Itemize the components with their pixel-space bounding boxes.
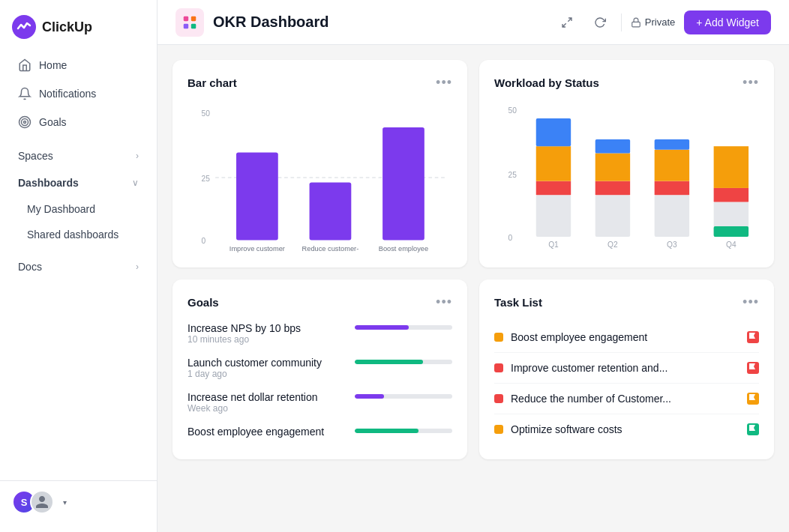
expand-button[interactable] (555, 10, 579, 34)
sidebar-item-shared-dashboards[interactable]: Shared dashboards (6, 223, 151, 247)
svg-rect-30 (596, 181, 630, 196)
dashboard-grid: Bar chart ••• 50 25 0 (158, 45, 789, 532)
svg-rect-32 (596, 139, 630, 154)
bar-chart-svg: 50 25 0 Improve customer retention Reduc (188, 103, 452, 253)
task-list-menu[interactable]: ••• (742, 294, 759, 310)
goal-item-3: Boost employee engagement (188, 426, 452, 438)
user-chevron: ▾ (63, 498, 67, 507)
svg-rect-28 (536, 118, 571, 146)
goal-item-0: Increase NPS by 10 bps 10 minutes ago (188, 322, 452, 345)
bell-icon (18, 87, 32, 100)
svg-text:25: 25 (508, 171, 518, 179)
sidebar-item-home-label: Home (39, 59, 67, 71)
add-widget-button[interactable]: + Add Widget (684, 10, 771, 34)
svg-text:0: 0 (508, 234, 513, 242)
refresh-button[interactable] (588, 10, 612, 34)
sidebar: ClickUp Home Notifications Goals Spaces (0, 0, 158, 532)
goal-progress-fill-0 (355, 325, 409, 330)
svg-rect-40 (714, 226, 748, 237)
workload-widget: Workload by Status ••• 50 25 0 (479, 60, 774, 267)
sidebar-nav: Home Notifications Goals Spaces › Dashbo… (0, 51, 157, 480)
shared-dashboards-label: Shared dashboards (27, 229, 118, 241)
goal-progress-bar-3 (355, 429, 452, 433)
task-list-widget: Task List ••• Boost employee engagement (479, 279, 774, 459)
flag-icon-1 (747, 362, 759, 374)
sidebar-section-dashboards[interactable]: Dashboards ∨ (6, 170, 151, 196)
docs-label: Docs (18, 261, 42, 273)
visibility-label: Private (645, 16, 675, 28)
task-flag-3 (747, 423, 759, 435)
goal-progress-fill-1 (355, 360, 423, 364)
sidebar-item-notifications[interactable]: Notifications (6, 80, 151, 107)
task-dot-0 (494, 333, 503, 342)
task-item-2[interactable]: Reduce the number of Customer... (494, 384, 759, 414)
svg-point-3 (24, 121, 26, 124)
sidebar-item-home[interactable]: Home (6, 52, 151, 79)
goals-widget: Goals ••• Increase NPS by 10 bps 10 minu… (172, 279, 467, 459)
workload-chart-area: 50 25 0 (494, 103, 759, 253)
svg-text:engagement: engagement (384, 252, 423, 253)
svg-text:Q4: Q4 (726, 241, 736, 249)
flag-icon-2 (747, 393, 759, 405)
spaces-label: Spaces (18, 150, 53, 162)
header-separator (621, 13, 622, 31)
visibility-badge: Private (631, 16, 675, 28)
page-title: OKR Dashboard (213, 13, 328, 31)
flag-icon-0 (747, 331, 759, 343)
my-dashboard-label: My Dashboard (27, 203, 95, 215)
goals-menu[interactable]: ••• (436, 294, 452, 310)
svg-rect-8 (632, 22, 640, 26)
task-list-title: Task List (494, 296, 542, 309)
task-flag-2 (747, 393, 759, 405)
task-item-1[interactable]: Improve customer retention and... (494, 353, 759, 384)
sidebar-section-docs[interactable]: Docs › (6, 254, 151, 279)
sidebar-item-my-dashboard[interactable]: My Dashboard (6, 197, 151, 221)
svg-rect-33 (655, 195, 689, 237)
bar-chart-area: 50 25 0 Improve customer retention Reduc (188, 103, 452, 253)
workload-svg: 50 25 0 (494, 103, 759, 253)
task-item-0[interactable]: Boost employee engagement (494, 322, 759, 353)
home-icon (18, 58, 32, 72)
svg-text:Q3: Q3 (667, 241, 677, 249)
svg-text:25: 25 (202, 175, 211, 183)
goal-title-2: Increase net dollar retention (188, 391, 318, 403)
goal-progress-bar-0 (355, 325, 452, 330)
svg-rect-5 (191, 16, 196, 20)
svg-rect-6 (184, 23, 188, 28)
dashboard-icon-box (176, 8, 204, 37)
logo-text: ClickUp (42, 19, 92, 35)
sidebar-item-goals[interactable]: Goals (6, 109, 151, 136)
chevron-down-icon: ∨ (132, 178, 139, 188)
task-list-header: Task List ••• (494, 294, 759, 310)
svg-text:reported bugs: reported bugs (309, 252, 352, 253)
svg-rect-14 (310, 183, 352, 241)
chevron-right-icon-docs: › (136, 262, 139, 272)
bar-chart-widget: Bar chart ••• 50 25 0 (172, 60, 467, 267)
svg-rect-34 (655, 181, 689, 196)
task-item-3[interactable]: Optimize software costs (494, 414, 759, 444)
flag-icon-3 (747, 423, 759, 435)
sidebar-item-notifications-label: Notifications (39, 88, 96, 100)
user-area[interactable]: S ▾ (0, 480, 157, 523)
svg-text:Q1: Q1 (548, 241, 559, 249)
svg-rect-7 (191, 23, 196, 28)
svg-rect-25 (536, 195, 571, 237)
svg-rect-27 (536, 146, 571, 181)
svg-text:0: 0 (202, 237, 206, 245)
svg-rect-38 (714, 188, 748, 202)
workload-menu[interactable]: ••• (742, 75, 759, 91)
header-right: Private + Add Widget (555, 10, 771, 34)
goal-time-2: Week ago (188, 403, 318, 414)
svg-text:retention: retention (244, 252, 271, 253)
sidebar-section-spaces[interactable]: Spaces › (6, 143, 151, 169)
goals-list: Increase NPS by 10 bps 10 minutes ago (188, 322, 452, 438)
lock-icon (631, 17, 641, 28)
task-list: Boost employee engagement Improve custom… (494, 322, 759, 444)
dashboards-label: Dashboards (18, 177, 79, 189)
task-dot-3 (494, 425, 503, 434)
bar-chart-menu[interactable]: ••• (436, 75, 452, 91)
svg-text:50: 50 (202, 109, 211, 118)
workload-header: Workload by Status ••• (494, 75, 759, 91)
goal-item-2: Increase net dollar retention Week ago (188, 391, 452, 414)
goal-title-0: Increase NPS by 10 bps (188, 322, 301, 334)
